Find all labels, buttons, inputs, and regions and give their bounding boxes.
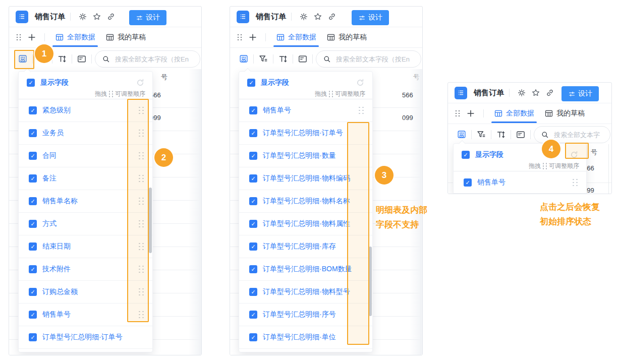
search-input[interactable] — [114, 55, 194, 64]
card-view-button[interactable] — [298, 54, 308, 64]
tab-my-draft[interactable]: 我的草稿 — [105, 33, 146, 42]
checkbox-checked-icon[interactable]: ✓ — [29, 220, 37, 228]
filter-button[interactable] — [476, 130, 486, 140]
design-button[interactable]: 设计 — [561, 86, 599, 101]
field-row[interactable]: ✓ 销售单号 — [239, 99, 372, 122]
callout-box-drag-column-left — [127, 99, 149, 322]
drag-handle-icon[interactable] — [572, 178, 578, 187]
app-menu-button[interactable] — [237, 11, 249, 23]
note-line: 点击之后会恢复 — [540, 200, 600, 214]
field-row[interactable]: ✓ 订单型号汇总明细·订单号 — [19, 326, 152, 349]
divider — [91, 54, 92, 64]
search-input[interactable] — [335, 55, 415, 64]
checkbox-checked-icon[interactable]: ✓ — [29, 129, 37, 137]
reset-order-refresh-icon[interactable] — [355, 78, 365, 88]
checkbox-checked-icon[interactable]: ✓ — [29, 106, 37, 114]
drag-handle-icon[interactable] — [358, 106, 364, 115]
checkbox-checked-icon[interactable]: ✓ — [249, 220, 257, 228]
design-button[interactable]: 设计 — [352, 10, 389, 25]
divider — [511, 130, 511, 139]
search-box[interactable] — [316, 50, 421, 68]
checkbox-checked-icon[interactable]: ✓ — [29, 265, 37, 273]
dropdown-header: ✓ 显示字段 拖拽 可调整顺序 — [19, 72, 152, 99]
field-list: ✓ 销售单号 — [454, 171, 586, 194]
table-cell-value: 099 — [402, 114, 413, 122]
scrollbar-thumb[interactable] — [149, 188, 152, 253]
reset-order-refresh-icon[interactable] — [135, 78, 145, 88]
annotated-screenshot: 销售订单 设计 全部数据 我的草稿 — [0, 0, 618, 364]
drag-handle-icon[interactable] — [237, 34, 242, 41]
app-menu-button[interactable] — [16, 11, 28, 23]
app-menu-button[interactable] — [455, 87, 467, 99]
checkbox-checked-icon[interactable]: ✓ — [249, 311, 257, 319]
display-fields-button[interactable] — [457, 130, 467, 140]
filter-button[interactable] — [258, 54, 268, 64]
favorite-star-icon[interactable] — [531, 88, 540, 97]
tab-label: 我的草稿 — [339, 33, 367, 42]
table-grid-icon — [105, 33, 115, 42]
favorite-star-icon[interactable] — [92, 12, 101, 21]
checkbox-checked-icon[interactable]: ✓ — [249, 265, 257, 273]
field-label: 销售单号 — [42, 310, 71, 319]
checkbox-checked-icon[interactable]: ✓ — [29, 197, 37, 205]
design-button[interactable]: 设计 — [129, 10, 166, 25]
search-input[interactable] — [553, 131, 604, 139]
text-sort-button[interactable] — [57, 54, 67, 64]
divider — [509, 89, 510, 97]
checkbox-checked-icon[interactable]: ✓ — [249, 174, 257, 183]
callout-box-display-fields-button — [14, 50, 34, 69]
checkbox-checked-icon[interactable]: ✓ — [249, 197, 257, 205]
checkbox-checked-icon[interactable]: ✓ — [249, 288, 257, 296]
tab-label: 我的草稿 — [556, 109, 585, 118]
checkbox-checked-icon[interactable]: ✓ — [249, 129, 257, 137]
checkbox-checked-icon[interactable]: ✓ — [249, 333, 257, 341]
card-view-button[interactable] — [516, 130, 526, 140]
six-dot-drag-icon — [542, 163, 547, 170]
settings-gear-icon[interactable] — [78, 12, 87, 21]
field-label: 订单型号汇总明细·序号 — [263, 310, 336, 319]
drag-hint-suffix: 可调整顺序 — [549, 162, 579, 170]
checkbox-checked-icon[interactable]: ✓ — [462, 151, 470, 159]
share-link-icon[interactable] — [545, 88, 554, 97]
tab-my-draft[interactable]: 我的草稿 — [326, 33, 367, 42]
drag-hint: 拖拽 可调整顺序 — [462, 162, 579, 170]
tab-all-data[interactable]: 全部数据 — [494, 109, 534, 118]
checkbox-checked-icon[interactable]: ✓ — [29, 288, 37, 296]
checkbox-checked-icon[interactable]: ✓ — [29, 242, 37, 251]
drag-handle-icon[interactable] — [16, 34, 21, 41]
text-sort-button[interactable] — [278, 54, 288, 64]
share-link-icon[interactable] — [327, 12, 336, 21]
add-view-button[interactable] — [248, 33, 257, 42]
checkbox-checked-icon[interactable]: ✓ — [249, 152, 257, 160]
checkbox-checked-icon[interactable]: ✓ — [247, 79, 255, 87]
checkbox-checked-icon[interactable]: ✓ — [29, 333, 37, 341]
add-view-button[interactable] — [466, 109, 475, 118]
checkbox-checked-icon[interactable]: ✓ — [249, 106, 257, 114]
field-label: 销售单号 — [477, 178, 505, 187]
search-box[interactable] — [95, 50, 200, 68]
field-row[interactable]: ✓ 销售单号 — [454, 171, 586, 194]
settings-gear-icon[interactable] — [517, 88, 526, 97]
share-link-icon[interactable] — [106, 12, 116, 21]
checkbox-checked-icon[interactable]: ✓ — [29, 311, 37, 319]
checkbox-checked-icon[interactable]: ✓ — [29, 152, 37, 160]
search-box[interactable] — [534, 126, 610, 143]
drag-handle-icon[interactable] — [455, 110, 460, 117]
checkbox-checked-icon[interactable]: ✓ — [29, 174, 37, 183]
step-badge-4: 4 — [542, 140, 560, 158]
tab-all-data[interactable]: 全部数据 — [55, 33, 95, 42]
divider — [471, 130, 472, 139]
tab-all-data[interactable]: 全部数据 — [276, 33, 316, 42]
tab-my-draft[interactable]: 我的草稿 — [544, 109, 585, 118]
card-view-button[interactable] — [77, 54, 87, 64]
checkbox-checked-icon[interactable]: ✓ — [249, 242, 257, 251]
settings-gear-icon[interactable] — [299, 12, 308, 21]
text-sort-button[interactable] — [496, 130, 506, 140]
checkbox-checked-icon[interactable]: ✓ — [464, 178, 472, 187]
field-label: 订单型号汇总明细·订单号 — [42, 333, 123, 342]
display-fields-button[interactable] — [239, 54, 249, 64]
favorite-star-icon[interactable] — [313, 12, 322, 21]
checkbox-checked-icon[interactable]: ✓ — [27, 79, 35, 87]
field-label: 订单型号汇总明细·物料型号 — [263, 287, 350, 296]
add-view-button[interactable] — [27, 33, 36, 42]
